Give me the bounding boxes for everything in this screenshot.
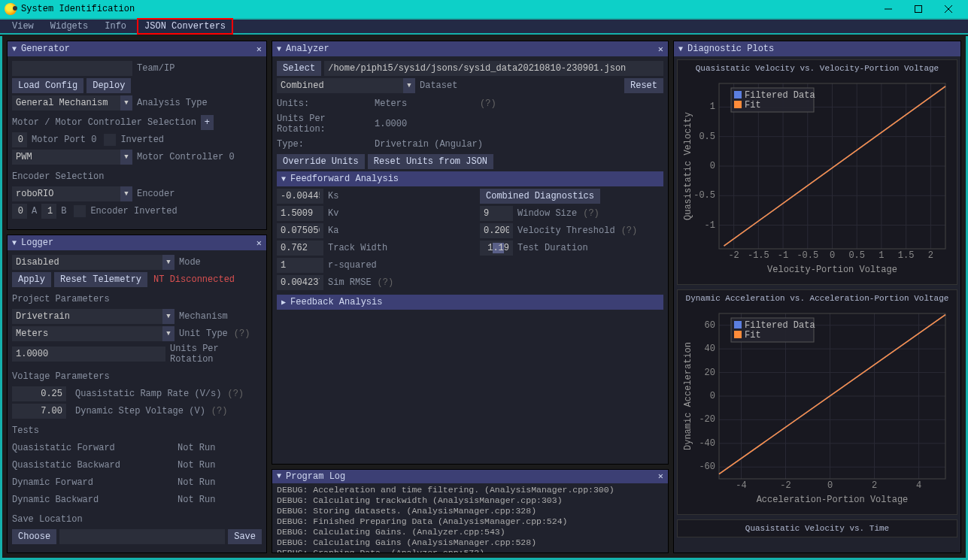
track-width-value[interactable]: [277, 241, 323, 256]
test-name: Dynamic Backward: [12, 495, 178, 505]
file-path-input[interactable]: [324, 61, 663, 76]
motor-inverted-checkbox[interactable]: [104, 134, 116, 146]
svg-text:0.5: 0.5: [848, 250, 865, 261]
save-path-input[interactable]: [59, 529, 225, 544]
encoder-b-input[interactable]: [41, 204, 56, 219]
chevron-down-icon: ▼: [120, 186, 132, 201]
load-config-button[interactable]: Load Config: [12, 78, 83, 93]
ka-value[interactable]: [277, 223, 323, 238]
team-ip-input[interactable]: [12, 61, 132, 76]
program-log-header[interactable]: ▼ Program Log ✕: [272, 470, 668, 483]
svg-rect-70: [734, 331, 742, 338]
dyn-step-input[interactable]: [12, 404, 66, 419]
menu-json-converters[interactable]: JSON Converters: [137, 18, 233, 35]
window-size-input[interactable]: [480, 206, 513, 221]
feedback-header[interactable]: ▶ Feedback Analysis: [277, 295, 663, 310]
combined-diagnostics-button[interactable]: Combined Diagnostics: [480, 189, 600, 204]
svg-rect-36: [734, 91, 742, 98]
project-params-label: Project Parameters: [12, 294, 110, 304]
svg-text:-0.5: -0.5: [797, 250, 818, 261]
chevron-down-icon: ▼: [120, 150, 132, 165]
svg-text:Fit: Fit: [745, 100, 761, 110]
choose-button[interactable]: Choose: [12, 529, 56, 544]
app-logo-icon: [5, 3, 17, 15]
select-file-button[interactable]: Select: [277, 61, 321, 76]
svg-text:Filtered Data: Filtered Data: [745, 90, 815, 101]
kv-value[interactable]: [277, 206, 323, 221]
encoder-inverted-checkbox[interactable]: [74, 205, 86, 217]
analyzer-header[interactable]: ▼ Analyzer ✕: [272, 41, 668, 56]
feedforward-header[interactable]: ▼ Feedforward Analysis: [277, 171, 663, 186]
menu-widgets[interactable]: Widgets: [44, 20, 94, 33]
deploy-button[interactable]: Deploy: [86, 78, 131, 93]
logger-mode-dropdown[interactable]: Disabled▼: [12, 255, 174, 270]
quasi-ramp-input[interactable]: [12, 386, 66, 401]
plot-quasistatic-velocity[interactable]: Quasistatic Velocity vs. Velocity-Portio…: [677, 59, 957, 285]
encoder-dropdown[interactable]: roboRIO▼: [12, 186, 132, 201]
motor-controller-dropdown[interactable]: PWM▼: [12, 150, 132, 165]
svg-rect-68: [734, 321, 742, 328]
generator-header[interactable]: ▼ Generator ✕: [8, 41, 266, 56]
logger-header[interactable]: ▼ Logger ✕: [8, 235, 266, 250]
save-button[interactable]: Save: [228, 529, 262, 544]
menu-view[interactable]: View: [6, 20, 40, 33]
tests-label: Tests: [12, 425, 39, 436]
encoder-a-input[interactable]: [12, 204, 27, 219]
maximize-button[interactable]: [903, 0, 933, 18]
svg-text:0: 0: [710, 391, 715, 401]
svg-text:0.5: 0.5: [699, 132, 715, 142]
test-status: Not Run: [178, 443, 215, 453]
close-icon[interactable]: ✕: [256, 44, 262, 55]
svg-text:2: 2: [872, 480, 877, 491]
collapse-icon: ▼: [678, 45, 683, 53]
svg-text:Dynamic Acceleration: Dynamic Acceleration: [683, 342, 693, 450]
rmse-value[interactable]: [277, 275, 323, 290]
reset-telemetry-button[interactable]: Reset Telemetry: [54, 272, 147, 287]
close-icon[interactable]: ✕: [256, 238, 262, 249]
svg-text:-60: -60: [699, 462, 715, 472]
diagnostic-plots-panel: ▼ Diagnostic Plots Quasistatic Velocity …: [673, 41, 961, 553]
test-status: Not Run: [178, 460, 215, 471]
minimize-button[interactable]: [873, 0, 903, 18]
mechanism-dropdown[interactable]: Drivetrain▼: [12, 309, 174, 324]
svg-text:0: 0: [827, 480, 833, 491]
plots-header[interactable]: ▼ Diagnostic Plots: [674, 41, 960, 56]
close-button[interactable]: [933, 0, 963, 18]
chevron-down-icon: ▼: [162, 255, 174, 270]
plot-dynamic-acceleration[interactable]: Dynamic Acceleration vs. Acceleration-Po…: [677, 289, 957, 515]
log-output: DEBUG: Acceleration and time filtering. …: [277, 485, 663, 552]
reset-button[interactable]: Reset: [624, 78, 663, 93]
dataset-dropdown[interactable]: Combined▼: [277, 78, 415, 93]
svg-text:2: 2: [928, 250, 933, 261]
expand-icon: ▶: [281, 298, 286, 307]
svg-text:1: 1: [710, 101, 715, 112]
analysis-type-dropdown[interactable]: General Mechanism▼: [12, 95, 132, 110]
collapse-icon: ▼: [12, 45, 17, 53]
svg-text:-20: -20: [699, 414, 715, 425]
svg-text:Acceleration-Portion Voltage: Acceleration-Portion Voltage: [757, 495, 909, 505]
velocity-threshold-input[interactable]: [480, 223, 513, 238]
window-titlebar: System Identification: [0, 0, 968, 18]
motor-port-input[interactable]: [12, 132, 27, 147]
svg-text:0: 0: [830, 250, 835, 261]
analysis-type-label: Analysis Type: [137, 98, 208, 108]
test-duration-input[interactable]: 1.19: [480, 241, 513, 256]
motor-inverted-label: Inverted: [120, 135, 164, 145]
menu-info[interactable]: Info: [99, 20, 132, 33]
svg-text:4: 4: [916, 480, 921, 491]
svg-text:60: 60: [705, 320, 715, 331]
units-per-rotation-input[interactable]: [12, 347, 165, 362]
svg-text:Quasistatic Velocity: Quasistatic Velocity: [683, 112, 693, 220]
svg-rect-38: [734, 101, 742, 108]
chevron-down-icon: ▼: [403, 78, 415, 93]
reset-units-button[interactable]: Reset Units from JSON: [368, 154, 493, 169]
close-icon[interactable]: ✕: [658, 471, 663, 482]
unit-type-dropdown[interactable]: Meters▼: [12, 326, 174, 341]
add-motor-button[interactable]: +: [201, 115, 214, 130]
close-icon[interactable]: ✕: [658, 44, 663, 55]
apply-button[interactable]: Apply: [12, 272, 51, 287]
override-units-button[interactable]: Override Units: [277, 154, 365, 169]
ks-value[interactable]: [277, 189, 323, 204]
plot-quasistatic-time[interactable]: Quasistatic Velocity vs. Time: [677, 519, 957, 537]
r2-value[interactable]: [277, 258, 323, 273]
